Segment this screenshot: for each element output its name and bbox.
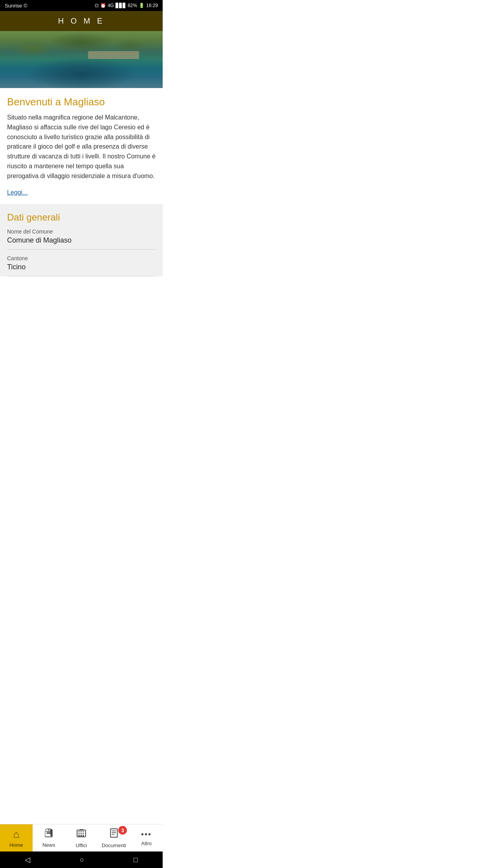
alarm-icon: ⏰ xyxy=(100,3,106,8)
status-left: Sunrise © xyxy=(5,3,28,9)
page-title: H O M E xyxy=(58,17,105,25)
welcome-section: Benvenuti a Magliaso Situato nella magni… xyxy=(0,88,163,204)
status-right: ⊡ ⏰ 4G ▊▊▊ 82% 🔋 16:29 xyxy=(95,3,158,8)
general-data-section: Dati generali Nome del Comune Comune di … xyxy=(0,204,163,276)
read-more-link[interactable]: Leggi... xyxy=(7,189,28,196)
field-cantone: Cantone Ticino xyxy=(7,255,156,276)
field-cantone-label: Cantone xyxy=(7,255,156,261)
battery-icon: 🔋 xyxy=(139,3,145,8)
general-data-title: Dati generali xyxy=(7,212,156,223)
battery-label: 82% xyxy=(128,3,137,8)
network-label: 4G xyxy=(108,3,114,8)
signal-bars-icon: ▊▊▊ xyxy=(116,3,126,8)
top-bar: H O M E xyxy=(0,11,163,31)
sim-icon: ⊡ xyxy=(95,3,99,8)
welcome-title: Benvenuti a Magliaso xyxy=(7,96,156,108)
field-cantone-value: Ticino xyxy=(7,263,156,271)
time-label: 16:29 xyxy=(146,3,158,8)
field-comune-value: Comune di Magliaso xyxy=(7,236,156,245)
app-name: Sunrise xyxy=(5,3,22,9)
field-comune-label: Nome del Comune xyxy=(7,228,156,235)
whatsapp-icon: © xyxy=(24,3,28,9)
welcome-body: Situato nella magnifica regione del Malc… xyxy=(7,113,156,181)
field-comune: Nome del Comune Comune di Magliaso xyxy=(7,228,156,250)
status-bar: Sunrise © ⊡ ⏰ 4G ▊▊▊ 82% 🔋 16:29 xyxy=(0,0,163,11)
hero-image xyxy=(0,31,163,88)
